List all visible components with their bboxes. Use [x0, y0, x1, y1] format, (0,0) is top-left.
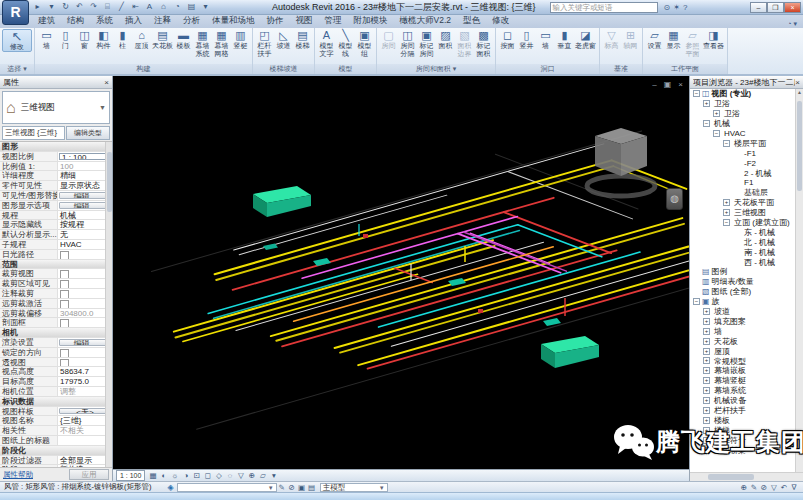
- ribbon-button[interactable]: ▩标记 面积: [474, 29, 493, 57]
- tree-item[interactable]: + 卫浴: [690, 99, 795, 109]
- view-minimize-icon[interactable]: –: [652, 80, 656, 89]
- tree-expand-icon[interactable]: +: [703, 318, 710, 325]
- property-row[interactable]: 透视图: [0, 358, 112, 368]
- temporary-hide-icon[interactable]: ▽: [235, 471, 246, 481]
- tree-expand-icon[interactable]: +: [703, 377, 710, 384]
- property-row[interactable]: 图形: [0, 142, 112, 152]
- view-cube[interactable]: [581, 114, 661, 209]
- ribbon-button[interactable]: ◨查看器: [702, 29, 725, 50]
- property-row[interactable]: 相关性 不相关: [0, 426, 112, 436]
- ribbon-button[interactable]: ▦显示: [664, 29, 683, 50]
- ribbon-button[interactable]: ╲模型 线: [336, 29, 355, 57]
- design-option-select[interactable]: 主模型▼: [320, 483, 388, 492]
- ribbon-button[interactable]: ▯门: [56, 29, 75, 50]
- exclude-options-icon[interactable]: ▤: [307, 483, 317, 492]
- tree-item[interactable]: + 常规模型: [690, 356, 795, 366]
- tree-expand-icon[interactable]: +: [723, 199, 730, 206]
- select-by-face-icon[interactable]: ▽: [769, 483, 779, 492]
- property-row[interactable]: 阶段化: [0, 446, 112, 456]
- property-row[interactable]: 默认分析显示... 无: [0, 230, 112, 240]
- navigation-wheel-button[interactable]: ◍: [666, 188, 683, 210]
- property-row[interactable]: 显示隐藏线 按规程: [0, 220, 112, 230]
- 建筑[interactable]: 建筑: [32, 14, 61, 28]
- view-close-icon[interactable]: ×: [678, 80, 683, 89]
- detail-level-icon[interactable]: ▦: [147, 471, 158, 481]
- ribbon-button[interactable]: A模型 文字: [317, 29, 336, 57]
- measure-icon[interactable]: ╱: [115, 1, 128, 13]
- property-row[interactable]: 详细程度 精细: [0, 171, 112, 181]
- gray-inactive-icon[interactable]: ⊘: [287, 483, 297, 492]
- tree-expand-icon[interactable]: +: [703, 348, 710, 355]
- property-row[interactable]: 阶段 新构造: [0, 465, 112, 467]
- tree-expand-icon[interactable]: +: [703, 357, 710, 364]
- tree-item[interactable]: + 栏杆扶手: [690, 406, 795, 416]
- thin-lines-icon[interactable]: ▤: [185, 1, 198, 13]
- property-row[interactable]: 子规程 HVAC: [0, 240, 112, 250]
- tree-expand-icon[interactable]: −: [703, 120, 710, 127]
- tree-item[interactable]: + 三维视图: [690, 208, 795, 218]
- edit-type-button[interactable]: 编辑类型: [66, 126, 110, 140]
- tree-expand-icon[interactable]: +: [703, 367, 710, 374]
- ribbon-button[interactable]: ▽标高: [602, 29, 621, 50]
- tree-expand-icon[interactable]: +: [713, 110, 720, 117]
- aligned-dimension-icon[interactable]: ⇤: [129, 1, 142, 13]
- tree-expand-icon[interactable]: +: [703, 308, 710, 315]
- property-row[interactable]: 远剪裁偏移 304800.0: [0, 309, 112, 319]
- close-browser-icon[interactable]: ×: [795, 78, 800, 87]
- 修改[interactable]: 修改: [486, 14, 515, 28]
- tree-item[interactable]: + 填充图案: [690, 316, 795, 326]
- qat-more-icon[interactable]: ▾: [199, 1, 212, 13]
- view-scale-button[interactable]: 1 : 100: [116, 470, 145, 481]
- tree-expand-icon[interactable]: +: [703, 397, 710, 404]
- ribbon-button[interactable]: ↖修改: [2, 29, 32, 52]
- show-crop-icon[interactable]: ◇: [213, 471, 224, 481]
- tree-expand-icon[interactable]: −: [723, 219, 730, 226]
- 插入[interactable]: 插入: [119, 14, 148, 28]
- tree-item[interactable]: + 天花板: [690, 336, 795, 346]
- 体量和场地[interactable]: 体量和场地: [206, 14, 261, 28]
- tree-expand-icon[interactable]: +: [703, 328, 710, 335]
- workset-select[interactable]: ▼: [177, 483, 277, 492]
- ribbon-button[interactable]: ▧面积 边界: [455, 29, 474, 57]
- property-row[interactable]: 阶段过滤器 全部显示: [0, 456, 112, 466]
- 协作[interactable]: 协作: [261, 14, 290, 28]
- tree-item[interactable]: + 天花板平面: [690, 198, 795, 208]
- select-pinned-icon[interactable]: ⊘: [759, 483, 769, 492]
- print-icon[interactable]: ⌸: [101, 1, 114, 13]
- property-row[interactable]: 相机: [0, 328, 112, 338]
- tree-item[interactable]: F1: [690, 178, 795, 188]
- tree-expand-icon[interactable]: +: [703, 100, 710, 107]
- tree-item[interactable]: ▥ 明细表/数量: [690, 277, 795, 287]
- section-icon[interactable]: ◔: [171, 1, 184, 13]
- tree-expand-icon[interactable]: −: [693, 90, 700, 97]
- application-menu-button[interactable]: R: [2, 0, 29, 25]
- ribbon-display-toggle[interactable]: ◔ ▾: [787, 20, 797, 28]
- sign-in-icon[interactable]: ⊙: [664, 3, 671, 12]
- property-row[interactable]: 视点高度 58634.7: [0, 367, 112, 377]
- ribbon-button[interactable]: ▣标记 房间: [417, 29, 436, 57]
- tree-item[interactable]: -F1: [690, 148, 795, 158]
- tree-expand-icon[interactable]: −: [693, 298, 700, 305]
- browser-horizontal-scrollbar[interactable]: [690, 472, 803, 481]
- constraints-icon[interactable]: ▾: [268, 471, 279, 481]
- tree-item[interactable]: + 屋顶: [690, 346, 795, 356]
- apply-button[interactable]: 应用: [69, 469, 109, 480]
- property-row[interactable]: 裁剪区域可见: [0, 279, 112, 289]
- ribbon-button[interactable]: ◻按面: [498, 29, 517, 50]
- property-row[interactable]: 远剪裁激活: [0, 299, 112, 309]
- tree-expand-icon[interactable]: +: [723, 209, 730, 216]
- tree-expand-icon[interactable]: −: [723, 140, 730, 147]
- filter-icon[interactable]: ∇: [789, 483, 799, 492]
- ribbon-button[interactable]: ▤楼梯: [293, 29, 312, 50]
- maximize-button[interactable]: ❐: [767, 2, 784, 13]
- visual-style-icon[interactable]: ◐: [158, 471, 169, 481]
- tree-item[interactable]: − ▣ 族: [690, 297, 795, 307]
- 附加模块[interactable]: 附加模块: [348, 14, 394, 28]
- ribbon-button[interactable]: ▬楼板: [174, 29, 193, 50]
- sync-icon[interactable]: ↻: [59, 1, 72, 13]
- tree-item[interactable]: 东 - 机械: [690, 227, 795, 237]
- ribbon-button[interactable]: ▭墙: [536, 29, 555, 50]
- save-icon[interactable]: ▾: [45, 1, 58, 13]
- ribbon-button[interactable]: ▦幕墙 网格: [212, 29, 231, 57]
- property-row[interactable]: 比例值 1: 100: [0, 162, 112, 172]
